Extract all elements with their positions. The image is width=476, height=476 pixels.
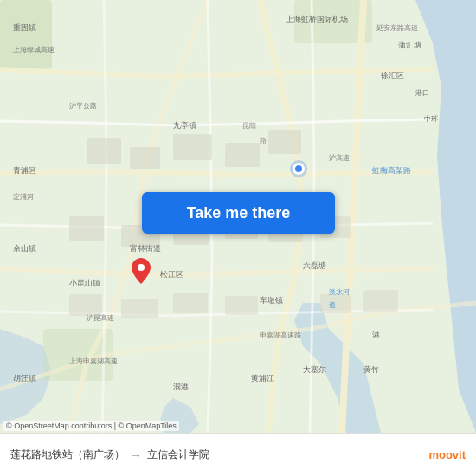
svg-text:上海虹桥国际机场: 上海虹桥国际机场 — [286, 15, 348, 23]
svg-text:上海绿城高速: 上海绿城高速 — [13, 46, 55, 54]
svg-text:车墩镇: 车墩镇 — [260, 296, 283, 305]
svg-text:沪昆高速: 沪昆高速 — [87, 314, 114, 322]
svg-text:淀浦河: 淀浦河 — [13, 193, 34, 201]
svg-text:中环: 中环 — [424, 115, 438, 123]
svg-text:蒲汇塘: 蒲汇塘 — [398, 41, 421, 49]
svg-text:洞港: 洞港 — [173, 383, 189, 391]
svg-text:松江区: 松江区 — [160, 270, 183, 279]
svg-rect-4 — [87, 138, 121, 164]
map-container: 重固镇 上海绿城高速 上海虹桥国际机场 延安东路高速 蒲汇塘 徐汇区 港口 中环… — [0, 0, 476, 433]
svg-text:路: 路 — [260, 137, 267, 145]
destination-label: 立信会计学院 — [147, 447, 209, 462]
map-attribution: © OpenStreetMap contributors | © OpenMap… — [3, 421, 179, 431]
route-arrow-icon: → — [130, 448, 142, 462]
svg-text:港口: 港口 — [415, 89, 429, 97]
svg-text:申嘉湖高速路: 申嘉湖高速路 — [260, 331, 301, 339]
svg-text:延安东路高速: 延安东路高速 — [376, 24, 418, 32]
svg-text:黄竹: 黄竹 — [363, 365, 379, 374]
svg-rect-7 — [225, 143, 260, 167]
svg-text:港: 港 — [372, 331, 380, 339]
svg-text:小昆山镇: 小昆山镇 — [69, 279, 100, 287]
svg-text:重固镇: 重固镇 — [13, 23, 36, 32]
svg-text:沪平公路: 沪平公路 — [69, 102, 97, 110]
moovit-logo: moovit — [428, 448, 466, 461]
svg-rect-18 — [225, 296, 258, 315]
destination-marker — [132, 258, 151, 282]
moovit-brand-text: moovit — [428, 448, 466, 461]
svg-text:昆阳: 昆阳 — [242, 122, 256, 130]
current-location-dot — [293, 163, 305, 175]
svg-rect-9 — [69, 216, 104, 241]
svg-text:青浦区: 青浦区 — [13, 166, 36, 175]
svg-text:富林街道: 富林街道 — [130, 244, 161, 253]
svg-rect-6 — [173, 134, 212, 160]
svg-rect-5 — [130, 147, 160, 169]
origin-label: 莲花路地铁站（南广场） — [10, 447, 125, 462]
svg-text:虹梅高架路: 虹梅高架路 — [372, 166, 411, 175]
svg-text:胡汪镇: 胡汪镇 — [13, 374, 36, 383]
svg-text:沪高速: 沪高速 — [329, 154, 350, 162]
svg-text:黄浦江: 黄浦江 — [251, 374, 274, 383]
svg-rect-16 — [121, 299, 158, 318]
svg-text:上海申嘉湖高速: 上海申嘉湖高速 — [69, 357, 118, 365]
route-info: 莲花路地铁站（南广场） → 立信会计学院 — [10, 447, 423, 462]
svg-text:九亭镇: 九亭镇 — [173, 121, 196, 130]
svg-text:余山镇: 余山镇 — [13, 244, 36, 253]
svg-text:淡水河: 淡水河 — [329, 288, 350, 296]
svg-rect-20 — [363, 290, 398, 312]
svg-text:大塞尔: 大塞尔 — [303, 365, 326, 374]
take-me-there-button[interactable]: Take me there — [142, 192, 335, 234]
svg-text:六磊塘: 六磊塘 — [303, 261, 326, 270]
svg-rect-1 — [0, 0, 52, 69]
svg-text:徐汇区: 徐汇区 — [381, 71, 404, 80]
svg-rect-17 — [173, 293, 208, 313]
svg-rect-15 — [69, 294, 102, 316]
svg-text:道: 道 — [329, 301, 336, 309]
svg-rect-8 — [268, 130, 301, 154]
svg-point-54 — [138, 264, 145, 271]
bottom-bar: 莲花路地铁站（南广场） → 立信会计学院 moovit — [0, 433, 476, 476]
